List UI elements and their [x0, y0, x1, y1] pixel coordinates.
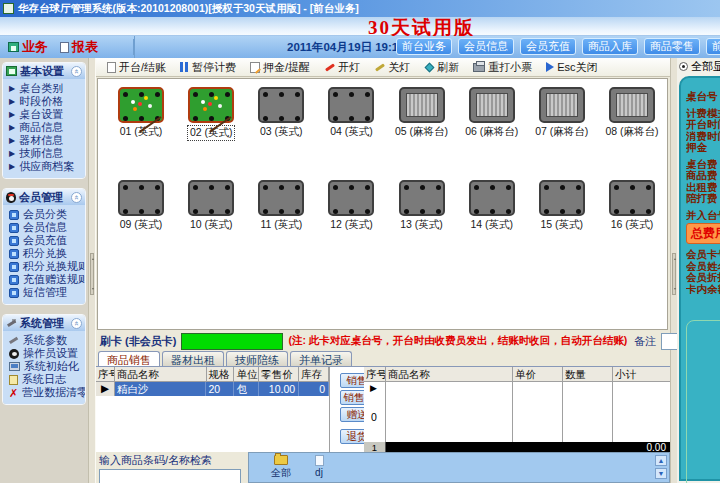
nav-member-recharge-button[interactable]: 会员充值 — [520, 38, 576, 55]
pool-table-icon — [118, 180, 164, 216]
arrow-icon: ▶ — [9, 111, 15, 119]
pool-table-icon — [258, 87, 304, 123]
menu-business-button[interactable]: 业务 — [4, 37, 52, 57]
report-icon — [60, 42, 69, 53]
arrow-icon: ▶ — [9, 137, 15, 145]
tables-panel: 01 (英式) 02 (英式) 03 (英式) 04 (英式) 05 (麻将台)… — [97, 78, 668, 330]
pool-table-icon — [328, 87, 374, 123]
group-header-basic-settings[interactable]: 基本设置 « — [3, 63, 85, 79]
product-search-input[interactable] — [99, 469, 241, 483]
group-member-management: 会员管理 « 会员分类 会员信息 会员充值 积分兑换 积分兑换规则 充值赠送规则… — [2, 188, 86, 305]
refresh-icon — [424, 62, 434, 72]
swipe-card-label: 刷卡 (非会员卡) — [100, 334, 176, 349]
category-panel: 全部 dj ▲ ▼ — [248, 452, 670, 483]
table-04[interactable]: 04 (英式) — [316, 87, 386, 141]
toolbar: 开台/结账 暂停计费 押金/提醒 开灯 关灯 刷新 重打小票 Esc关闭 — [96, 58, 670, 77]
category-all[interactable]: 全部 — [263, 455, 299, 480]
table-12[interactable]: 12 (英式) — [316, 180, 386, 232]
row-marker: ▶ — [370, 383, 377, 393]
remark-label: 备注 — [634, 334, 656, 349]
document-icon — [107, 62, 116, 73]
group-header-system-management[interactable]: 系统管理 « — [3, 315, 85, 331]
sidebar-item-sms-management[interactable]: 短信管理 — [6, 286, 83, 299]
table-07[interactable]: 07 (麻将台) — [527, 87, 597, 141]
collapse-icon[interactable]: « — [71, 318, 82, 329]
scroll-up-button[interactable]: ▲ — [655, 455, 667, 466]
esc-close-button[interactable]: Esc关闭 — [539, 59, 604, 76]
row-marker: ▶ — [96, 382, 115, 396]
table-13[interactable]: 13 (英式) — [387, 180, 457, 232]
info-table-no: 桌台号 — [686, 90, 720, 102]
info-extra-box — [686, 320, 720, 483]
tab-merge-records[interactable]: 并单记录 — [290, 351, 352, 366]
collapse-icon[interactable]: « — [71, 192, 82, 203]
reprint-ticket-button[interactable]: 重打小票 — [466, 59, 539, 76]
table-09[interactable]: 09 (英式) — [106, 180, 176, 232]
nav-front-desk-button[interactable]: 前台业务 — [396, 38, 452, 55]
right-splitter-handle[interactable] — [672, 253, 676, 295]
menu-report-button[interactable]: 报表 — [56, 37, 102, 57]
card-icon — [9, 249, 19, 259]
table-03[interactable]: 03 (英式) — [246, 87, 316, 141]
pool-table-icon — [469, 180, 515, 216]
table-10[interactable]: 10 (英式) — [176, 180, 246, 232]
show-all-option[interactable]: 全部显示 — [677, 58, 720, 74]
table-05[interactable]: 05 (麻将台) — [387, 87, 457, 141]
sidebar-item-data-reset[interactable]: ✗营业数据清零 — [6, 386, 83, 399]
nav-retail-button[interactable]: 商品零售 — [644, 38, 700, 55]
mahjong-table-icon — [399, 87, 445, 123]
group-header-member-management[interactable]: 会员管理 « — [3, 189, 85, 205]
table-row-1: 01 (英式) 02 (英式) 03 (英式) 04 (英式) 05 (麻将台)… — [106, 87, 667, 141]
spec-cell: 20 — [206, 382, 234, 396]
open-table-settle-button[interactable]: 开台/结账 — [100, 59, 173, 76]
order-grid: 序号 商品名称 单价 数量 小计 ▶ 0 1 — [364, 367, 670, 453]
product-row-selected[interactable]: ▶ 精白沙 20 包 10.00 0 — [96, 382, 329, 396]
light-off-button[interactable]: 关灯 — [367, 59, 417, 76]
left-splitter-handle[interactable] — [90, 253, 94, 295]
table-02[interactable]: 02 (英式) — [176, 87, 246, 141]
nav-shift-change-button[interactable]: 前台交班 — [706, 38, 720, 55]
nav-stock-in-button[interactable]: 商品入库 — [582, 38, 638, 55]
pool-table-active-icon — [188, 87, 234, 123]
light-on-button[interactable]: 开灯 — [317, 59, 367, 76]
info-billing-mode: 计费模式 — [686, 107, 720, 119]
category-scroll: ▲ ▼ — [655, 455, 667, 479]
file-icon — [315, 455, 324, 466]
deposit-reminder-button[interactable]: 押金/提醒 — [243, 59, 317, 76]
table-16[interactable]: 16 (英式) — [597, 180, 667, 232]
printer-icon — [473, 63, 485, 72]
card-icon — [9, 275, 19, 285]
table-15[interactable]: 15 (英式) — [527, 180, 597, 232]
refresh-button[interactable]: 刷新 — [417, 59, 466, 76]
billing-info-panel: 桌台号 计费模式 开台时间 消费时间 押金 桌台费 商品费 出租费 陪打费 并入… — [679, 76, 720, 481]
log-icon — [9, 375, 18, 385]
sidebar-item-supplier-file[interactable]: ▶供应商档案 — [6, 160, 83, 173]
tab-product-sales[interactable]: 商品销售 — [98, 351, 160, 366]
search-label: 输入商品条码/名称检索 — [99, 453, 241, 468]
product-name-cell: 精白沙 — [115, 382, 207, 396]
price-cell: 10.00 — [259, 382, 299, 396]
swipe-card-input[interactable] — [181, 333, 283, 350]
collapse-icon[interactable]: « — [71, 66, 82, 77]
menu-divider — [133, 39, 134, 55]
info-member-discount: 会员折扣 — [686, 271, 720, 283]
tab-coach-practice[interactable]: 技师陪练 — [226, 351, 288, 366]
scroll-down-button[interactable]: ▼ — [655, 468, 667, 479]
product-search: 输入商品条码/名称检索 — [99, 453, 241, 483]
pause-billing-button[interactable]: 暂停计费 — [173, 59, 243, 76]
light-on-icon — [324, 62, 335, 72]
table-08[interactable]: 08 (麻将台) — [597, 87, 667, 141]
arrow-icon: ▶ — [9, 98, 15, 106]
order-grid-body[interactable]: ▶ 0 — [364, 382, 670, 442]
table-11[interactable]: 11 (英式) — [246, 180, 316, 232]
table-14[interactable]: 14 (英式) — [457, 180, 527, 232]
table-06[interactable]: 06 (麻将台) — [457, 87, 527, 141]
app-window: 华存台球厅管理系统(版本:20101208001)[授权于30天试用版] - [… — [0, 0, 720, 483]
card-icon — [9, 210, 19, 220]
nav-member-info-button[interactable]: 会员信息 — [458, 38, 514, 55]
pause-icon — [180, 62, 189, 72]
table-01[interactable]: 01 (英式) — [106, 87, 176, 141]
category-dj[interactable]: dj — [301, 455, 337, 478]
tab-equipment-rental[interactable]: 器材出租 — [162, 351, 224, 366]
swipe-card-row: 刷卡 (非会员卡) (注: 此卡对应桌台号，开台时由收费员发出，结账时收回，自动… — [96, 332, 670, 350]
